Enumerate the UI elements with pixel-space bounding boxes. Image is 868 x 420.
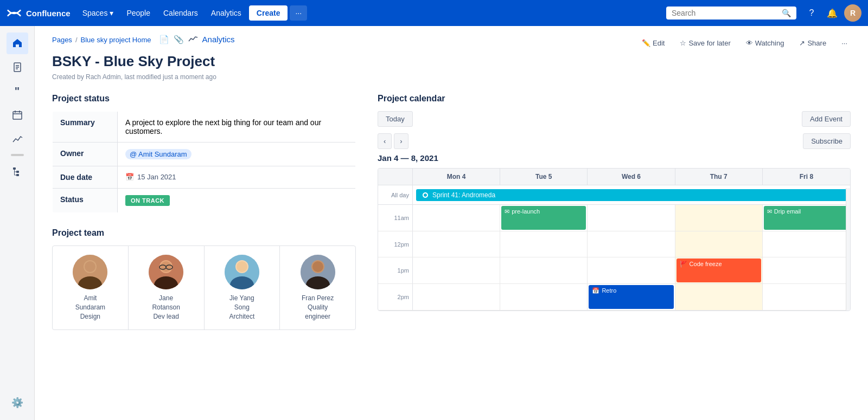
cal-cell-fri-12[interactable]: [763, 231, 850, 257]
project-team-heading: Project team: [52, 228, 356, 238]
team-member-jane: JaneRotansonDev lead: [129, 246, 205, 329]
cal-head-wed: Wed 6: [588, 169, 675, 185]
owner-row: Owner @ Amit Sundaram: [53, 143, 356, 166]
avatar-jie: [225, 255, 259, 289]
owner-tag[interactable]: @ Amit Sundaram: [125, 149, 192, 159]
star-icon: ☆: [680, 39, 686, 47]
left-column: Project status Summary A project to expl…: [52, 94, 356, 330]
cal-event-prelaunch[interactable]: ✉ pre-launch: [501, 206, 586, 230]
cal-head-row: Mon 4 Tue 5 Wed 6 Thu 7 Fri 8: [378, 169, 850, 185]
create-button[interactable]: Create: [249, 5, 288, 21]
sidebar-item-quote[interactable]: ": [7, 80, 28, 102]
cal-cell-wed-2[interactable]: 📅 Retro: [588, 284, 675, 310]
breadcrumb-analytics[interactable]: Analytics: [202, 35, 235, 44]
logo[interactable]: Confluence: [7, 5, 71, 21]
cal-cell-tue-11[interactable]: ✉ pre-launch: [500, 205, 588, 231]
search-input[interactable]: [672, 9, 777, 17]
left-sidebar: " ⚙️: [0, 26, 35, 420]
cal-row-2pm: 2pm 📅 Retro: [378, 284, 850, 311]
cal-cell-thu-12[interactable]: [675, 231, 763, 257]
share-icon: ↗: [799, 39, 805, 47]
subscribe-button[interactable]: Subscribe: [803, 133, 851, 149]
cal-empty-head: [378, 169, 413, 185]
team-member-jie: Jie YangSongArchitect: [205, 246, 280, 329]
today-button[interactable]: Today: [378, 111, 413, 127]
cal-time-1pm: 1pm: [378, 257, 413, 283]
cal-cell-thu-2[interactable]: [675, 284, 763, 310]
cal-cell-wed-1[interactable]: [588, 257, 675, 283]
cal-event-retro[interactable]: 📅 Retro: [589, 285, 673, 309]
cal-cell-fri-2[interactable]: [763, 284, 850, 310]
scrollbar[interactable]: [846, 188, 850, 311]
cal-cell-mon-11[interactable]: [413, 205, 500, 231]
breadcrumb-pages[interactable]: Pages: [52, 36, 72, 44]
share-button[interactable]: ↗ Share: [796, 37, 829, 49]
project-status-heading: Project status: [52, 94, 356, 104]
help-icon[interactable]: ?: [803, 4, 820, 22]
flag-icon: 🚩: [680, 261, 687, 268]
edit-button[interactable]: ✏️ Edit: [639, 37, 668, 49]
status-value: ON TRACK: [118, 189, 356, 213]
sidebar-item-home[interactable]: [7, 33, 28, 54]
watching-button[interactable]: 👁 Watching: [743, 37, 788, 49]
logo-text: Confluence: [26, 9, 71, 18]
svg-rect-8: [13, 167, 16, 170]
avatar-amit: [73, 255, 107, 289]
member-name-amit: AmitSundaramDesign: [59, 294, 122, 321]
sidebar-item-analytics[interactable]: [7, 128, 28, 150]
due-date-label: Due date: [53, 166, 118, 189]
cal-cell-mon-2[interactable]: [413, 284, 500, 310]
cal-cell-tue-12[interactable]: [500, 231, 588, 257]
two-col-layout: Project status Summary A project to expl…: [52, 94, 851, 330]
member-name-jie: Jie YangSongArchitect: [211, 294, 273, 321]
avatar[interactable]: R: [844, 4, 861, 22]
save-later-button[interactable]: ☆ Save for later: [676, 37, 733, 49]
sidebar-item-calendar[interactable]: [7, 104, 28, 126]
summary-value: A project to explore the next big thing …: [118, 112, 356, 143]
notifications-icon[interactable]: 🔔: [824, 4, 841, 22]
main-wrapper: Pages / Blue sky project Home 📄 📎 Analyt…: [35, 26, 868, 420]
cal-row-1pm: 1pm 🚩 Code freeze: [378, 257, 850, 284]
calendars-nav[interactable]: Calendars: [158, 5, 203, 21]
sidebar-item-hierarchy[interactable]: [7, 160, 28, 182]
team-member-amit: AmitSundaramDesign: [53, 246, 129, 329]
cal-cell-mon-1[interactable]: [413, 257, 500, 283]
cal-week-title: Jan 4 — 8, 2021: [378, 153, 851, 163]
email-icon-2: ✉: [767, 208, 772, 215]
cal-cell-thu-11[interactable]: [675, 205, 763, 231]
cal-cell-fri-11[interactable]: ✉ Drip email: [763, 205, 850, 231]
cal-second-row: ‹ › Subscribe: [378, 133, 851, 149]
cal-cell-tue-1[interactable]: [500, 257, 588, 283]
cal-head-mon: Mon 4: [413, 169, 500, 185]
analytics-nav[interactable]: Analytics: [206, 5, 247, 21]
cal-cell-tue-2[interactable]: [500, 284, 588, 310]
cal-head-tue: Tue 5: [500, 169, 588, 185]
cal-event-codefreeze[interactable]: 🚩 Code freeze: [676, 259, 761, 282]
svg-rect-10: [16, 174, 19, 176]
cal-cell-mon-12[interactable]: [413, 231, 500, 257]
more-button[interactable]: ···: [290, 5, 307, 21]
cal-cell-wed-11[interactable]: [588, 205, 675, 231]
eye-icon: 👁: [746, 39, 753, 47]
breadcrumb-project[interactable]: Blue sky project Home: [81, 36, 151, 44]
status-row: Status ON TRACK: [53, 189, 356, 213]
spaces-nav[interactable]: Spaces ▾: [77, 5, 119, 21]
search-box: 🔍: [666, 7, 796, 20]
cal-cell-thu-1[interactable]: 🚩 Code freeze: [675, 257, 763, 283]
cal-sprint-span[interactable]: Sprint 41: Andromeda: [413, 185, 850, 204]
cal-cell-wed-12[interactable]: [588, 231, 675, 257]
breadcrumb: Pages / Blue sky project Home 📄 📎 Analyt…: [52, 35, 235, 44]
add-event-button[interactable]: Add Event: [802, 111, 851, 127]
people-nav[interactable]: People: [121, 5, 156, 21]
cal-event-drip[interactable]: ✉ Drip email: [764, 206, 849, 230]
cal-prev-button[interactable]: ‹: [378, 133, 392, 149]
sidebar-item-settings[interactable]: ⚙️: [7, 392, 28, 413]
svg-point-33: [312, 261, 323, 272]
cal-cell-fri-1[interactable]: [763, 257, 850, 283]
cal-next-button[interactable]: ›: [394, 133, 408, 149]
summary-row: Summary A project to explore the next bi…: [53, 112, 356, 143]
more-actions-button[interactable]: ···: [838, 37, 851, 49]
sidebar-resize-handle[interactable]: [11, 154, 24, 156]
sidebar-item-document[interactable]: [7, 56, 28, 78]
cal-allday-row: All day Sprint 41: Andromeda: [378, 185, 850, 205]
